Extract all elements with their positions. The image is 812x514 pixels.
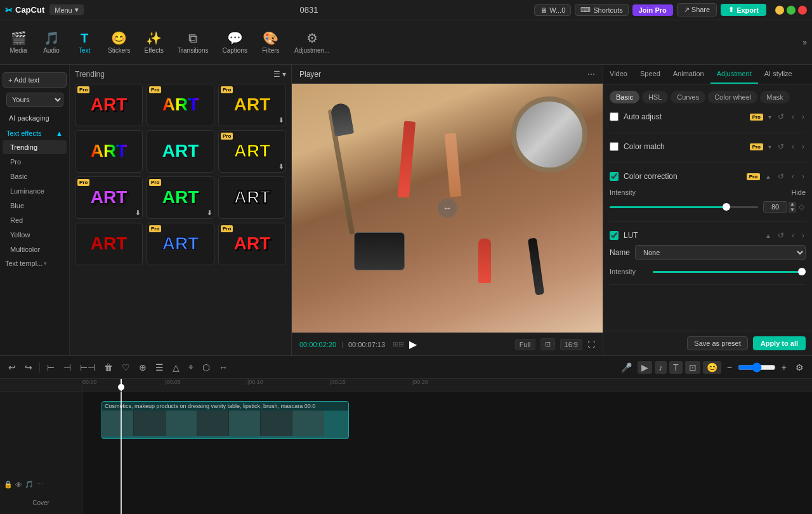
- tool-media[interactable]: 🎬 Media: [3, 28, 34, 56]
- cover-button[interactable]: Cover: [32, 499, 49, 506]
- auto-adjust-next-icon[interactable]: ›: [801, 111, 806, 122]
- yours-select[interactable]: Yours: [6, 93, 63, 107]
- tl-zoom-minus-button[interactable]: −: [724, 361, 735, 374]
- lut-name-select[interactable]: None: [635, 245, 806, 260]
- filter-button[interactable]: ☰ ▾: [273, 70, 286, 79]
- sub-tab-curves[interactable]: Curves: [671, 91, 705, 103]
- art-item-2[interactable]: Pro ART: [147, 84, 214, 126]
- tool-filters[interactable]: 🎨 Filters: [255, 28, 287, 56]
- sidebar-text-templates[interactable]: Text templ... ▾: [0, 257, 69, 270]
- tl-undo-button[interactable]: ↩: [5, 361, 19, 374]
- art-item-1[interactable]: Pro ART: [75, 84, 143, 126]
- shortcuts-button[interactable]: ⌨ Shortcuts: [575, 4, 628, 16]
- art-item-9[interactable]: ART: [218, 176, 286, 219]
- art-item-7[interactable]: Pro ART ⬇: [75, 176, 143, 219]
- tl-hex-button[interactable]: ⬡: [199, 361, 213, 374]
- intensity-stepper[interactable]: ▲ ▼: [789, 202, 796, 213]
- tl-triangle-button[interactable]: △: [169, 361, 183, 374]
- tool-transitions[interactable]: ⧉ Transitions: [171, 29, 215, 56]
- art-item-8[interactable]: Pro ART ⬇: [147, 176, 214, 219]
- color-correction-reset-icon[interactable]: ↺: [776, 171, 785, 182]
- tab-speed[interactable]: Speed: [634, 65, 667, 84]
- tool-text[interactable]: T Text: [69, 29, 100, 56]
- color-match-next-icon[interactable]: ›: [801, 141, 806, 152]
- dropdown-yours[interactable]: Yours: [0, 90, 69, 109]
- tab-ai-stylize[interactable]: AI stylize: [758, 65, 799, 84]
- tl-trim-start-button[interactable]: ⊣: [60, 361, 74, 374]
- tl-trim-end-button[interactable]: ⊢⊣: [77, 361, 98, 374]
- workspace-button[interactable]: 🖥 W...0: [534, 4, 571, 16]
- tl-add-button[interactable]: ⊕: [136, 361, 150, 374]
- tl-video-button[interactable]: ▶: [638, 361, 652, 374]
- intensity-step-down[interactable]: ▼: [789, 208, 796, 213]
- tl-list-button[interactable]: ☰: [152, 361, 167, 374]
- apply-all-button[interactable]: Apply to all: [753, 336, 806, 350]
- tl-expand-button[interactable]: ↔: [216, 361, 231, 374]
- intensity-step-up[interactable]: ▲: [789, 202, 796, 207]
- sidebar-trending[interactable]: Trending: [3, 140, 67, 154]
- tool-audio[interactable]: 🎵 Audio: [36, 28, 67, 56]
- video-clip[interactable]: Cosmetics, makeup products on dressing v…: [102, 401, 349, 439]
- art-item-10[interactable]: ART: [75, 223, 143, 265]
- auto-adjust-reset-icon[interactable]: ↺: [776, 111, 785, 122]
- sidebar-ai-packaging[interactable]: AI packaging: [3, 110, 67, 126]
- tl-zoom-slider[interactable]: [738, 362, 776, 372]
- audio-wave-icon[interactable]: 🎵: [25, 480, 34, 489]
- maximize-button[interactable]: [787, 6, 796, 15]
- tl-grid-button[interactable]: ⌖: [185, 360, 197, 374]
- fullscreen-button[interactable]: ⛶: [587, 340, 595, 349]
- sub-tab-color-wheel[interactable]: Color wheel: [708, 91, 757, 103]
- color-match-reset-icon[interactable]: ↺: [776, 141, 785, 152]
- tl-delete-button[interactable]: 🗑: [101, 361, 116, 374]
- auto-adjust-prev-icon[interactable]: ‹: [790, 111, 796, 122]
- sub-tab-basic[interactable]: Basic: [610, 91, 639, 103]
- intensity-reset-icon[interactable]: ◇: [797, 201, 806, 213]
- sidebar-text-effects[interactable]: Text effects ▲: [0, 127, 69, 140]
- color-correction-checkbox[interactable]: [610, 172, 619, 181]
- save-preset-button[interactable]: Save as preset: [687, 336, 747, 350]
- tl-audio-button[interactable]: ♪: [655, 361, 667, 374]
- art-item-5[interactable]: ART: [147, 130, 214, 173]
- lock-icon[interactable]: 🔒: [4, 480, 13, 489]
- art-item-4[interactable]: ART: [75, 130, 143, 173]
- sidebar-multicolor[interactable]: Multicolor: [3, 242, 67, 256]
- toolbar-expand[interactable]: »: [800, 36, 809, 49]
- tab-video[interactable]: Video: [603, 65, 634, 84]
- tl-redo-button[interactable]: ↪: [22, 361, 36, 374]
- sub-tab-hsl[interactable]: HSL: [642, 91, 668, 103]
- intensity-input[interactable]: [763, 201, 787, 213]
- lut-intensity-slider[interactable]: [653, 271, 806, 273]
- tl-pip-button[interactable]: ⊡: [685, 361, 700, 374]
- track-more-icon[interactable]: ⋯: [36, 480, 43, 489]
- tab-animation[interactable]: Animation: [667, 65, 710, 84]
- player-options-button[interactable]: ⋯: [587, 70, 595, 79]
- tl-sticker-button[interactable]: 😊: [703, 361, 721, 374]
- color-match-prev-icon[interactable]: ‹: [790, 141, 796, 152]
- sidebar-luminance[interactable]: Luminance: [3, 184, 67, 198]
- crop-button[interactable]: ⊡: [540, 338, 555, 350]
- auto-adjust-checkbox[interactable]: [610, 112, 619, 121]
- tl-split-button[interactable]: ⊢: [44, 361, 58, 374]
- sidebar-basic[interactable]: Basic: [3, 169, 67, 183]
- tool-adjustment[interactable]: ⚙ Adjustmen...: [288, 28, 336, 56]
- tl-favorite-button[interactable]: ♡: [119, 361, 133, 374]
- tl-mic-button[interactable]: 🎤: [618, 361, 635, 374]
- aspect-ratio-button[interactable]: 16:9: [560, 339, 582, 350]
- tab-adjustment[interactable]: Adjustment: [710, 65, 758, 84]
- sidebar-pro[interactable]: Pro: [3, 155, 67, 169]
- hide-button[interactable]: Hide: [791, 188, 806, 196]
- intensity-slider[interactable]: [610, 206, 758, 208]
- menu-button[interactable]: Menu ▾: [49, 4, 84, 15]
- art-item-6[interactable]: Pro ART ⬇: [218, 130, 286, 173]
- lut-reset-icon[interactable]: ↺: [776, 230, 785, 241]
- resolution-button[interactable]: Full: [515, 339, 535, 350]
- play-button[interactable]: ▶: [409, 338, 417, 350]
- export-button[interactable]: ⬆ Export: [721, 4, 766, 16]
- lut-next-icon[interactable]: ›: [801, 230, 806, 241]
- art-item-12[interactable]: Pro ART: [218, 223, 286, 265]
- sidebar-yellow[interactable]: Yellow: [3, 228, 67, 242]
- close-button[interactable]: [798, 6, 807, 15]
- sub-tab-mask[interactable]: Mask: [760, 91, 789, 103]
- color-correction-prev-icon[interactable]: ‹: [790, 171, 796, 182]
- tl-settings-button[interactable]: ⚙: [792, 361, 807, 374]
